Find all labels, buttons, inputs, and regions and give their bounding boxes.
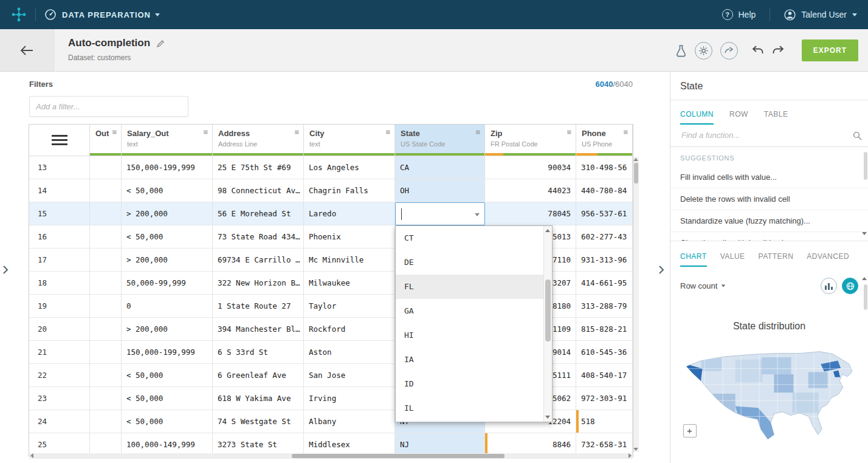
cell-salary[interactable]: > 200,000 — [122, 202, 213, 225]
settings-button[interactable] — [695, 42, 712, 60]
state-option[interactable]: ID — [396, 372, 544, 396]
row-index[interactable]: 18 — [29, 272, 90, 294]
cell-city[interactable]: Rockford — [304, 318, 395, 340]
quality-bar[interactable] — [485, 153, 576, 156]
row-index[interactable]: 22 — [29, 364, 90, 386]
cell-phone[interactable]: 440-780-84 — [576, 179, 633, 202]
cell-city[interactable]: San Jose — [304, 364, 395, 386]
cell-salary[interactable]: > 200,000 — [122, 318, 213, 340]
cell-out[interactable] — [90, 202, 122, 225]
cell-city[interactable]: Irving — [304, 387, 395, 410]
scroll-right-arrow-icon[interactable] — [629, 453, 632, 458]
quality-bar[interactable] — [395, 153, 484, 156]
state-distribution-map[interactable]: + — [678, 339, 861, 450]
row-index[interactable]: 13 — [29, 156, 90, 179]
right-panel-expander[interactable] — [658, 265, 664, 277]
cell-zip[interactable]: 44023 — [485, 179, 576, 202]
cell-phone[interactable]: 972-303-91 — [576, 387, 633, 410]
cell-address[interactable]: 25 E 75th St #69 — [213, 156, 304, 179]
cell-out[interactable] — [90, 249, 122, 271]
row-index[interactable]: 20 — [29, 318, 90, 340]
export-button[interactable]: EXPORT — [802, 39, 858, 61]
scroll-down-arrow-icon[interactable] — [862, 232, 867, 235]
tab-pattern[interactable]: PATTERN — [759, 252, 794, 267]
grid-vertical-scrollbar[interactable] — [633, 157, 639, 452]
scroll-left-arrow-icon[interactable] — [30, 453, 33, 458]
map-toggle-button[interactable] — [842, 278, 858, 294]
cell-state[interactable]: CA — [395, 156, 485, 179]
tab-chart[interactable]: CHART — [680, 252, 707, 267]
cell-salary[interactable]: < 50,000 — [122, 364, 213, 386]
row-index[interactable]: 15 — [29, 202, 90, 225]
state-option[interactable]: FL — [396, 275, 544, 299]
column-menu-icon[interactable]: ≡ — [385, 128, 390, 137]
quality-bar[interactable] — [576, 153, 632, 156]
cell-city[interactable]: Taylor — [304, 295, 395, 317]
cell-address[interactable]: 1 State Route 27 — [213, 295, 304, 317]
talend-logo-icon[interactable] — [11, 7, 27, 22]
cell-salary[interactable]: 100,000-149,999 — [122, 433, 213, 456]
cell-phone[interactable]: 414-661-95 — [576, 272, 633, 294]
row-index[interactable]: 24 — [29, 410, 90, 433]
cell-out[interactable] — [90, 410, 122, 433]
cell-city[interactable]: Chagrin Falls — [304, 179, 395, 202]
quality-bar[interactable] — [122, 153, 212, 156]
row-index[interactable]: 25 — [29, 433, 90, 456]
left-panel-expander[interactable] — [2, 265, 9, 277]
bar-chart-toggle-button[interactable] — [821, 278, 837, 294]
column-header-address[interactable]: Address≡Address Line — [213, 125, 304, 156]
cell-city[interactable]: Mc Minnville — [304, 249, 395, 271]
column-menu-icon[interactable]: ≡ — [623, 128, 628, 137]
cell-out[interactable] — [90, 341, 122, 363]
cell-address[interactable]: 69734 E Carrillo … — [213, 249, 304, 271]
lookup-flask-button[interactable] — [675, 44, 687, 57]
cell-phone[interactable]: 313-288-79 — [576, 295, 633, 317]
quality-bar[interactable] — [304, 153, 394, 156]
state-option[interactable]: IL — [396, 396, 544, 420]
suggestions-scrollbar-thumb[interactable] — [864, 152, 867, 180]
app-menu[interactable]: DATA PREPARATION — [62, 10, 151, 19]
state-option[interactable]: CT — [396, 226, 544, 250]
row-index[interactable]: 17 — [29, 249, 90, 271]
cell-phone[interactable]: 310-498-56 — [576, 156, 633, 179]
cell-out[interactable] — [90, 433, 122, 456]
cell-address[interactable]: 618 W Yakima Ave — [213, 387, 304, 410]
cell-out[interactable] — [90, 156, 122, 179]
cell-address[interactable]: 6 Greenleaf Ave — [213, 364, 304, 386]
column-menu-icon[interactable]: ≡ — [294, 128, 299, 137]
state-option[interactable]: HI — [396, 323, 544, 348]
column-header-out[interactable]: Out≡ — [90, 125, 122, 156]
tab-advanced[interactable]: ADVANCED — [807, 252, 849, 267]
cell-phone[interactable]: 602-277-43 — [576, 225, 633, 248]
quality-bar[interactable] — [90, 153, 121, 156]
cell-out[interactable] — [90, 387, 122, 410]
cell-city[interactable]: Middlesex — [304, 433, 395, 456]
column-header-zip[interactable]: Zip≡FR Postal Code — [485, 125, 576, 156]
share-button[interactable] — [720, 42, 738, 60]
cell-out[interactable] — [90, 318, 122, 340]
cell-salary[interactable]: < 50,000 — [122, 225, 213, 248]
row-index[interactable]: 21 — [29, 341, 90, 363]
cell-phone[interactable]: 408-540-17 — [576, 364, 633, 386]
cell-out[interactable] — [90, 179, 122, 202]
cell-salary[interactable]: > 200,000 — [122, 249, 213, 271]
state-option[interactable]: DE — [396, 250, 544, 275]
grid-menu-header[interactable] — [29, 125, 90, 156]
cell-salary[interactable]: 0 — [122, 295, 213, 317]
suggestion-item[interactable]: Fill invalid cells with value... — [670, 166, 868, 188]
column-header-salary[interactable]: Salary_Out≡text — [122, 125, 213, 156]
chart-scrollbar-thumb[interactable] — [864, 284, 867, 310]
row-index[interactable]: 19 — [29, 295, 90, 317]
cell-address[interactable]: 74 S Westgate St — [213, 410, 304, 433]
cell-salary[interactable]: < 50,000 — [122, 387, 213, 410]
dropdown-scrollbar[interactable] — [543, 226, 552, 422]
scroll-up-arrow-icon[interactable] — [862, 277, 867, 280]
tab-table[interactable]: TABLE — [764, 110, 788, 125]
cell-salary[interactable]: 50,000-99,999 — [122, 272, 213, 294]
us-choropleth-map[interactable] — [678, 339, 861, 447]
cell-phone[interactable]: 610-545-36 — [576, 341, 633, 363]
scroll-up-arrow-icon[interactable] — [545, 229, 550, 232]
cell-salary[interactable]: < 50,000 — [122, 179, 213, 202]
column-menu-icon[interactable]: ≡ — [567, 128, 571, 137]
cell-zip[interactable]: 90034 — [485, 156, 576, 179]
